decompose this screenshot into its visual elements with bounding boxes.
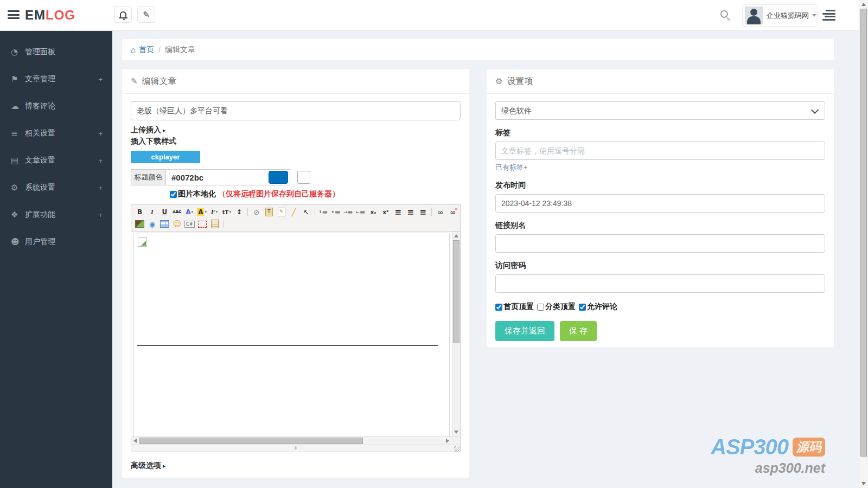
toolbar-icon[interactable] [330,207,342,217]
editor-vertical-scrollbar[interactable] [452,232,460,436]
toolbar-icon[interactable] [315,208,315,216]
settings-checkbox[interactable]: 允许评论 [579,302,617,312]
app-logo[interactable]: EMLOG [25,8,75,23]
sidebar-item[interactable]: 扩展功能 + [0,201,112,228]
ckplayer-button[interactable]: ckplayer [131,151,200,163]
toolbar-icon[interactable] [300,207,312,217]
user-menu[interactable]: 企业猫源码网 [742,4,818,27]
scroll-down-arrow-icon[interactable] [454,431,458,434]
toolbar-icon[interactable] [404,207,417,217]
toolbar-icon[interactable] [355,207,367,217]
settings-checkbox[interactable]: 首页顶置 [495,302,534,312]
control-sidebar-toggle-icon[interactable] [822,10,835,21]
scrollbar-thumb[interactable] [453,240,459,343]
toolbar-icon[interactable] [434,207,446,217]
post-title-input[interactable] [131,101,461,120]
toolbar-icon[interactable] [133,219,146,229]
toolbar-icon[interactable] [146,219,158,229]
alias-input[interactable] [495,234,825,253]
notifications-button[interactable] [114,6,132,23]
toolbar-icon[interactable] [247,208,248,216]
editor-content-area[interactable] [131,232,460,436]
toolbar-icon[interactable] [208,207,221,217]
toolbar-icon[interactable] [392,207,404,217]
toolbar-icon[interactable] [158,207,171,217]
localize-checkbox[interactable] [170,191,177,198]
hamburger-icon[interactable] [8,10,20,20]
scrollbar-thumb[interactable] [139,438,363,444]
editor-toolbar [131,205,460,232]
sidebar-item-icon [11,237,25,247]
toolbar-icon[interactable] [275,207,288,217]
toolbar-icon[interactable] [431,208,432,216]
publish-time-input[interactable] [495,194,825,213]
scroll-down-arrow-icon[interactable] [861,482,866,485]
sidebar-item[interactable]: 系统设置 + [0,174,112,201]
sidebar-item[interactable]: 管理面板 [0,38,112,66]
toolbar-icon[interactable] [233,207,245,217]
caret-right-icon: ▸ [163,463,166,469]
toolbar-icon[interactable] [250,207,263,217]
sidebar-item[interactable]: 文章设置 + [0,147,112,174]
search-icon[interactable] [720,10,728,18]
toolbar-icon[interactable] [208,219,221,229]
editor-horizontal-scrollbar[interactable] [131,436,460,445]
color-swatch-blue[interactable] [269,171,288,184]
toolbar-icon[interactable] [133,207,146,217]
watermark-badge: 源码 [793,438,825,457]
breadcrumb-home-link[interactable]: 首页 [139,45,154,55]
avatar [745,7,763,24]
advanced-options-toggle[interactable]: 高级选项▸ [131,461,461,471]
settings-card-title: 设置项 [507,76,533,87]
checkbox-input[interactable] [495,304,502,311]
upload-insert-toggle[interactable]: 上传插入▸ [131,125,461,135]
toolbar-icon[interactable] [288,207,300,217]
sidebar-item[interactable]: 用户管理 [0,228,112,255]
toolbar-icon[interactable] [263,207,275,217]
logo-text-log: LOG [46,8,75,22]
scrollbar-thumb[interactable] [860,9,867,457]
insert-download-style-link[interactable]: 插入下载样式 [131,137,461,146]
toolbar-icon[interactable] [417,207,429,217]
sidebar-item-icon [11,183,25,192]
toolbar-icon[interactable] [446,207,459,217]
scroll-left-arrow-icon[interactable] [133,439,137,443]
category-select[interactable]: 绿色软件 [495,101,825,120]
scroll-up-arrow-icon[interactable] [861,3,866,6]
toolbar-icon[interactable] [196,219,208,229]
toolbar-icon[interactable] [317,207,330,217]
page-scrollbar[interactable] [859,0,868,488]
resize-grip-icon[interactable] [454,446,459,452]
save-button[interactable]: 保 存 [560,321,597,341]
plus-icon: + [98,184,103,192]
toolbar-icon[interactable] [171,207,183,217]
settings-checkbox[interactable]: 分类顶置 [537,302,576,312]
toolbar-icon[interactable] [158,219,171,229]
tag-input[interactable] [495,142,825,160]
scroll-up-arrow-icon[interactable] [454,234,458,237]
new-post-button[interactable]: ✎ [137,6,155,23]
existing-tags-link[interactable]: 已有标签+ [495,163,825,172]
checkbox-input[interactable] [537,304,544,311]
logo-text-em: EM [25,8,46,22]
scroll-right-arrow-icon[interactable] [446,439,449,443]
toolbar-icon[interactable] [223,220,224,228]
password-input[interactable] [495,274,825,293]
toolbar-icon[interactable] [171,219,183,229]
toolbar-icon[interactable] [183,207,196,217]
toolbar-icon[interactable] [146,207,158,217]
alias-label: 链接别名 [495,221,825,230]
sidebar-item[interactable]: 博客评论 [0,93,112,120]
sidebar-item[interactable]: 相关设置 + [0,120,112,147]
toolbar-icon[interactable] [196,207,208,217]
resize-handle-icon[interactable]: ⇕ [291,446,300,451]
save-and-return-button[interactable]: 保存并返回 [495,321,554,341]
color-swatch-white[interactable] [297,171,310,184]
toolbar-icon[interactable] [183,219,196,229]
sidebar-item[interactable]: 文章管理 + [0,66,112,93]
toolbar-icon[interactable] [367,207,380,217]
toolbar-icon[interactable] [220,207,233,217]
toolbar-icon[interactable] [380,207,392,217]
checkbox-input[interactable] [579,304,586,311]
toolbar-icon[interactable] [342,207,355,217]
